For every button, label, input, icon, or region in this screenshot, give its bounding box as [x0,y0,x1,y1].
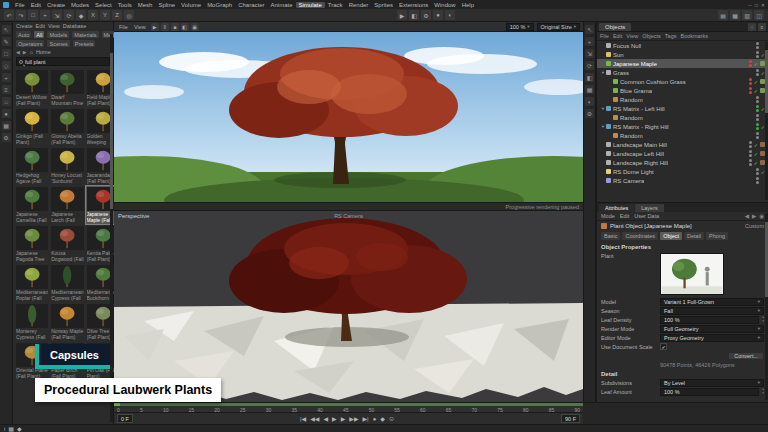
hamburger-icon[interactable]: ≡ [758,23,766,31]
asset-scrollbar[interactable] [110,34,113,422]
perspective-viewport[interactable]: Perspective RS Camera [114,211,583,402]
maximize-button[interactable]: □ [755,2,758,8]
list-icon[interactable]: ≡ [2,85,11,94]
object-row-blue-grama[interactable]: Blue Grama ✓ [597,86,768,95]
object-row-grass[interactable]: ▾ Grass ✓ [597,68,768,77]
object-menu-file[interactable]: File [600,33,609,39]
layout-standard-icon[interactable]: ▤ [718,10,728,20]
environment-icon[interactable]: ◐ [445,10,455,20]
menu-render[interactable]: Render [346,2,372,8]
render-to-pv-icon[interactable]: ◧ [409,10,419,20]
visibility-dots[interactable] [756,168,759,175]
leaf-density-field[interactable]: 100 % [660,316,759,324]
object-row-focus-null[interactable]: Focus Null ✓ [597,41,768,50]
search-input[interactable] [25,59,107,65]
viewport-label[interactable]: Perspective [118,213,149,219]
object-row-japanese-maple[interactable]: Japanese Maple ✓ [597,59,768,68]
enable-check-icon[interactable]: ✓ [754,151,758,157]
prev-key-icon[interactable]: ◀◀ [310,414,319,424]
record-icon[interactable]: ● [373,414,377,424]
snapshot-icon[interactable]: ◧ [585,73,594,82]
prev-frame-icon[interactable]: ◀ [323,414,328,424]
viewport-select-icon[interactable]: ↖ [585,25,594,34]
search-icon[interactable]: ○ [748,23,756,31]
status-info-icon[interactable]: i [4,424,5,432]
settings-icon[interactable]: ⚙ [2,133,11,142]
asset-menu-view[interactable]: View [48,23,60,29]
visibility-dots[interactable] [756,177,759,184]
editor-mode-dropdown[interactable]: Proxy Geometry▾ [660,334,764,342]
object-row-rs-matrix-right-hill[interactable]: ▾ RS Matrix - Right Hill ✓ [597,122,768,131]
plant-preview-image[interactable] [660,253,724,295]
sphere-icon[interactable]: ● [2,109,11,118]
object-menu-edit[interactable]: Edit [613,33,622,39]
renderview-menu-view[interactable]: View [132,24,148,30]
object-row-random[interactable]: Random ✓ [597,95,768,104]
history-back-icon[interactable]: ◀ [745,213,749,219]
object-menu-objects[interactable]: Objects [642,33,661,39]
material-manager-icon[interactable]: ● [433,10,443,20]
menu-character[interactable]: Character [235,2,267,8]
render-view-icon[interactable]: ▶ [397,10,407,20]
viewport-camera-label[interactable]: RS Camera [334,213,363,219]
object-row-rs-dome-light[interactable]: RS Dome Light ✓ [597,167,768,176]
filter-tab-materials[interactable]: Materials [72,31,98,38]
visibility-dots[interactable] [756,51,759,58]
goto-end-icon[interactable]: ▶| [363,414,369,424]
coord-system-icon[interactable]: ◎ [124,10,134,20]
asset-item-hedgehog-agave-fall-plant[interactable]: Hedgehog Agave (Fall Plant) [15,147,49,185]
keyframe-icon[interactable]: ◆ [380,414,385,424]
breadcrumb[interactable]: Home [36,49,51,55]
category-tab-coordinates[interactable]: Coordinates [622,232,658,240]
visibility-dots[interactable] [756,132,759,139]
object-row-landscape-left-hill[interactable]: Landscape Left Hill ✓ [597,149,768,158]
cube-icon[interactable]: □ [2,49,11,58]
nav-forward-icon[interactable]: ▶ [23,49,27,55]
menu-animate[interactable]: Animate [267,2,295,8]
timeline-playhead[interactable] [114,403,120,406]
status-lock-icon[interactable]: ◆ [17,424,22,432]
spinner-icon[interactable]: ▴▾ [762,316,764,323]
history-forward-icon[interactable]: ▶ [752,213,756,219]
visibility-dots[interactable] [756,69,759,76]
layout-animate-icon[interactable]: ▦ [730,10,740,20]
custom-dropdown[interactable]: Custom [745,223,764,229]
menu-extensions[interactable]: Extensions [396,2,431,8]
category-tab-object[interactable]: Object [660,232,682,240]
object-menu-tags[interactable]: Tags [665,33,677,39]
menu-track[interactable]: Track [325,2,346,8]
live-selection-icon[interactable]: □ [28,10,38,20]
render-stop-icon[interactable]: ■ [171,23,179,31]
minimize-button[interactable]: ─ [748,2,752,8]
object-row-common-cushion-grass[interactable]: Common Cushion Grass ✓ [597,77,768,86]
frame-end-field[interactable]: 90 F [561,414,580,423]
home-icon[interactable]: ⌂ [2,97,11,106]
rotate-icon[interactable]: ⟳ [64,10,74,20]
timeline-preview-range[interactable] [114,403,583,406]
asset-item-glossy-abelia-fall-plant[interactable]: Glossy Abelia (Fall Plant) [50,108,84,146]
goto-start-icon[interactable]: |◀ [300,414,306,424]
asset-item-kousa-dogwood-fall-plant[interactable]: Kousa Dogwood (Fall Plant) [50,225,84,263]
move-icon[interactable]: + [40,10,50,20]
gear-icon[interactable]: ⚙ [585,109,594,118]
next-frame-icon[interactable]: ▶ [341,414,346,424]
enable-check-icon[interactable]: ✓ [754,142,758,148]
object-row-rs-matrix-left-hill[interactable]: ▾ RS Matrix - Left Hill ✓ [597,104,768,113]
size-mode-dropdown[interactable]: Original Size▾ [537,23,580,31]
menu-window[interactable]: Window [431,2,458,8]
filter-tab-auto[interactable]: Auto [16,31,31,38]
visibility-dots[interactable] [749,87,752,94]
visibility-dots[interactable] [756,42,759,49]
attr-tab-attributes[interactable]: Attributes [599,204,634,212]
subdivisions-dropdown[interactable]: By Level▾ [660,379,764,387]
attr-tab-layers[interactable]: Layers [635,204,664,212]
visibility-dots[interactable] [749,78,752,85]
last-tool-icon[interactable]: ◆ [76,10,86,20]
menu-sprites[interactable]: Sprites [371,2,396,8]
rendered-image[interactable] [114,32,583,202]
visibility-dots[interactable] [756,123,759,130]
asset-item-japanese-pagoda-tree-fall-plant[interactable]: Japanese Pagoda Tree (Fall Plant) [15,225,49,263]
viewport-move-icon[interactable]: + [585,37,594,46]
asset-item-mediterranean-cypress-fall-plant[interactable]: Mediterranean Cypress (Fall Plant) [50,264,84,302]
category-tab-detail[interactable]: Detail [684,232,704,240]
